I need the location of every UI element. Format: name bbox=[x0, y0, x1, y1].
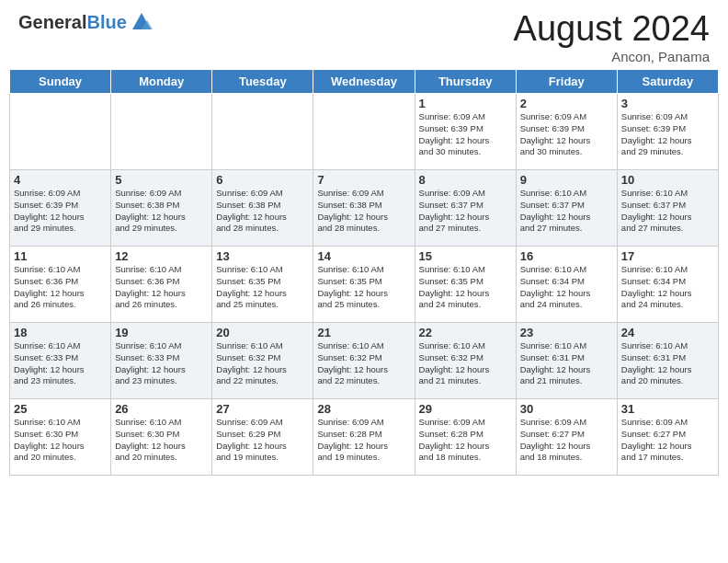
day-number: 12 bbox=[115, 249, 208, 263]
day-cell-6: 6Sunrise: 6:09 AM Sunset: 6:38 PM Daylig… bbox=[212, 170, 313, 247]
day-cell-25: 25Sunrise: 6:10 AM Sunset: 6:30 PM Dayli… bbox=[10, 399, 111, 476]
day-header-thursday: Thursday bbox=[415, 70, 516, 94]
day-info: Sunrise: 6:10 AM Sunset: 6:37 PM Dayligh… bbox=[621, 188, 714, 235]
day-number: 7 bbox=[317, 173, 410, 187]
week-row-5: 25Sunrise: 6:10 AM Sunset: 6:30 PM Dayli… bbox=[10, 399, 719, 476]
logo-icon bbox=[129, 9, 154, 35]
empty-cell bbox=[111, 94, 212, 170]
day-info: Sunrise: 6:09 AM Sunset: 6:28 PM Dayligh… bbox=[419, 417, 512, 464]
day-cell-2: 2Sunrise: 6:09 AM Sunset: 6:39 PM Daylig… bbox=[516, 94, 617, 170]
calendar-table: SundayMondayTuesdayWednesdayThursdayFrid… bbox=[9, 69, 719, 476]
day-number: 31 bbox=[621, 402, 714, 416]
day-cell-10: 10Sunrise: 6:10 AM Sunset: 6:37 PM Dayli… bbox=[617, 170, 718, 247]
day-number: 22 bbox=[419, 326, 512, 339]
calendar: SundayMondayTuesdayWednesdayThursdayFrid… bbox=[9, 69, 719, 476]
day-info: Sunrise: 6:10 AM Sunset: 6:32 PM Dayligh… bbox=[216, 340, 309, 387]
day-info: Sunrise: 6:10 AM Sunset: 6:32 PM Dayligh… bbox=[317, 340, 410, 387]
day-info: Sunrise: 6:09 AM Sunset: 6:38 PM Dayligh… bbox=[115, 188, 208, 235]
day-info: Sunrise: 6:09 AM Sunset: 6:29 PM Dayligh… bbox=[216, 417, 309, 464]
day-headers-row: SundayMondayTuesdayWednesdayThursdayFrid… bbox=[10, 70, 719, 94]
day-number: 11 bbox=[14, 249, 107, 263]
day-cell-16: 16Sunrise: 6:10 AM Sunset: 6:34 PM Dayli… bbox=[516, 247, 617, 323]
day-cell-3: 3Sunrise: 6:09 AM Sunset: 6:39 PM Daylig… bbox=[617, 94, 718, 170]
day-number: 20 bbox=[216, 326, 309, 339]
page-header: GeneralBlue August 2024 Ancon, Panama bbox=[0, 0, 728, 69]
day-cell-13: 13Sunrise: 6:10 AM Sunset: 6:35 PM Dayli… bbox=[212, 247, 313, 323]
day-number: 24 bbox=[621, 326, 714, 339]
day-info: Sunrise: 6:10 AM Sunset: 6:34 PM Dayligh… bbox=[621, 264, 714, 311]
day-info: Sunrise: 6:10 AM Sunset: 6:35 PM Dayligh… bbox=[216, 264, 309, 311]
day-number: 8 bbox=[419, 173, 512, 187]
day-cell-11: 11Sunrise: 6:10 AM Sunset: 6:36 PM Dayli… bbox=[10, 247, 111, 323]
day-info: Sunrise: 6:10 AM Sunset: 6:30 PM Dayligh… bbox=[14, 417, 107, 464]
logo-text: GeneralBlue bbox=[18, 12, 127, 32]
day-info: Sunrise: 6:10 AM Sunset: 6:32 PM Dayligh… bbox=[419, 340, 512, 387]
day-cell-27: 27Sunrise: 6:09 AM Sunset: 6:29 PM Dayli… bbox=[212, 399, 313, 476]
day-number: 25 bbox=[14, 402, 107, 416]
day-cell-23: 23Sunrise: 6:10 AM Sunset: 6:31 PM Dayli… bbox=[516, 323, 617, 399]
day-cell-17: 17Sunrise: 6:10 AM Sunset: 6:34 PM Dayli… bbox=[617, 247, 718, 323]
week-row-3: 11Sunrise: 6:10 AM Sunset: 6:36 PM Dayli… bbox=[10, 247, 719, 323]
day-cell-29: 29Sunrise: 6:09 AM Sunset: 6:28 PM Dayli… bbox=[415, 399, 516, 476]
day-cell-14: 14Sunrise: 6:10 AM Sunset: 6:35 PM Dayli… bbox=[313, 247, 415, 323]
title-section: August 2024 Ancon, Panama bbox=[514, 9, 710, 64]
day-number: 19 bbox=[115, 326, 208, 339]
day-number: 4 bbox=[14, 173, 107, 187]
day-number: 14 bbox=[317, 249, 410, 263]
week-row-2: 4Sunrise: 6:09 AM Sunset: 6:39 PM Daylig… bbox=[10, 170, 719, 247]
location: Ancon, Panama bbox=[514, 49, 710, 64]
day-info: Sunrise: 6:10 AM Sunset: 6:31 PM Dayligh… bbox=[520, 340, 613, 387]
day-info: Sunrise: 6:09 AM Sunset: 6:27 PM Dayligh… bbox=[520, 417, 613, 464]
day-info: Sunrise: 6:09 AM Sunset: 6:39 PM Dayligh… bbox=[419, 111, 512, 158]
day-header-sunday: Sunday bbox=[10, 70, 111, 94]
empty-cell bbox=[10, 94, 111, 170]
day-number: 17 bbox=[621, 249, 714, 263]
day-cell-31: 31Sunrise: 6:09 AM Sunset: 6:27 PM Dayli… bbox=[617, 399, 718, 476]
day-cell-12: 12Sunrise: 6:10 AM Sunset: 6:36 PM Dayli… bbox=[111, 247, 212, 323]
day-number: 16 bbox=[520, 249, 613, 263]
day-number: 23 bbox=[520, 326, 613, 339]
day-cell-24: 24Sunrise: 6:10 AM Sunset: 6:31 PM Dayli… bbox=[617, 323, 718, 399]
day-info: Sunrise: 6:10 AM Sunset: 6:35 PM Dayligh… bbox=[317, 264, 410, 311]
empty-cell bbox=[212, 94, 313, 170]
day-info: Sunrise: 6:10 AM Sunset: 6:33 PM Dayligh… bbox=[14, 340, 107, 387]
day-info: Sunrise: 6:10 AM Sunset: 6:37 PM Dayligh… bbox=[520, 188, 613, 235]
day-info: Sunrise: 6:09 AM Sunset: 6:37 PM Dayligh… bbox=[419, 188, 512, 235]
logo: GeneralBlue bbox=[18, 9, 154, 35]
day-info: Sunrise: 6:09 AM Sunset: 6:28 PM Dayligh… bbox=[317, 417, 410, 464]
day-info: Sunrise: 6:10 AM Sunset: 6:35 PM Dayligh… bbox=[419, 264, 512, 311]
day-number: 10 bbox=[621, 173, 714, 187]
day-cell-9: 9Sunrise: 6:10 AM Sunset: 6:37 PM Daylig… bbox=[516, 170, 617, 247]
day-info: Sunrise: 6:10 AM Sunset: 6:31 PM Dayligh… bbox=[621, 340, 714, 387]
day-cell-20: 20Sunrise: 6:10 AM Sunset: 6:32 PM Dayli… bbox=[212, 323, 313, 399]
day-info: Sunrise: 6:09 AM Sunset: 6:38 PM Dayligh… bbox=[317, 188, 410, 235]
day-info: Sunrise: 6:10 AM Sunset: 6:36 PM Dayligh… bbox=[14, 264, 107, 311]
logo-blue: Blue bbox=[86, 12, 126, 32]
day-info: Sunrise: 6:10 AM Sunset: 6:36 PM Dayligh… bbox=[115, 264, 208, 311]
day-header-friday: Friday bbox=[516, 70, 617, 94]
week-row-4: 18Sunrise: 6:10 AM Sunset: 6:33 PM Dayli… bbox=[10, 323, 719, 399]
day-info: Sunrise: 6:09 AM Sunset: 6:39 PM Dayligh… bbox=[520, 111, 613, 158]
day-cell-26: 26Sunrise: 6:10 AM Sunset: 6:30 PM Dayli… bbox=[111, 399, 212, 476]
day-cell-8: 8Sunrise: 6:09 AM Sunset: 6:37 PM Daylig… bbox=[415, 170, 516, 247]
month-year: August 2024 bbox=[514, 9, 710, 49]
day-number: 27 bbox=[216, 402, 309, 416]
empty-cell bbox=[313, 94, 415, 170]
logo-general: General bbox=[18, 12, 86, 32]
day-number: 2 bbox=[520, 97, 613, 110]
day-number: 18 bbox=[14, 326, 107, 339]
day-info: Sunrise: 6:10 AM Sunset: 6:34 PM Dayligh… bbox=[520, 264, 613, 311]
day-cell-22: 22Sunrise: 6:10 AM Sunset: 6:32 PM Dayli… bbox=[415, 323, 516, 399]
day-info: Sunrise: 6:09 AM Sunset: 6:39 PM Dayligh… bbox=[621, 111, 714, 158]
day-header-monday: Monday bbox=[111, 70, 212, 94]
day-header-saturday: Saturday bbox=[617, 70, 718, 94]
day-info: Sunrise: 6:09 AM Sunset: 6:39 PM Dayligh… bbox=[14, 188, 107, 235]
day-number: 29 bbox=[419, 402, 512, 416]
week-row-1: 1Sunrise: 6:09 AM Sunset: 6:39 PM Daylig… bbox=[10, 94, 719, 170]
day-info: Sunrise: 6:10 AM Sunset: 6:30 PM Dayligh… bbox=[115, 417, 208, 464]
day-cell-28: 28Sunrise: 6:09 AM Sunset: 6:28 PM Dayli… bbox=[313, 399, 415, 476]
day-number: 15 bbox=[419, 249, 512, 263]
day-number: 30 bbox=[520, 402, 613, 416]
day-header-tuesday: Tuesday bbox=[212, 70, 313, 94]
day-number: 1 bbox=[419, 97, 512, 110]
